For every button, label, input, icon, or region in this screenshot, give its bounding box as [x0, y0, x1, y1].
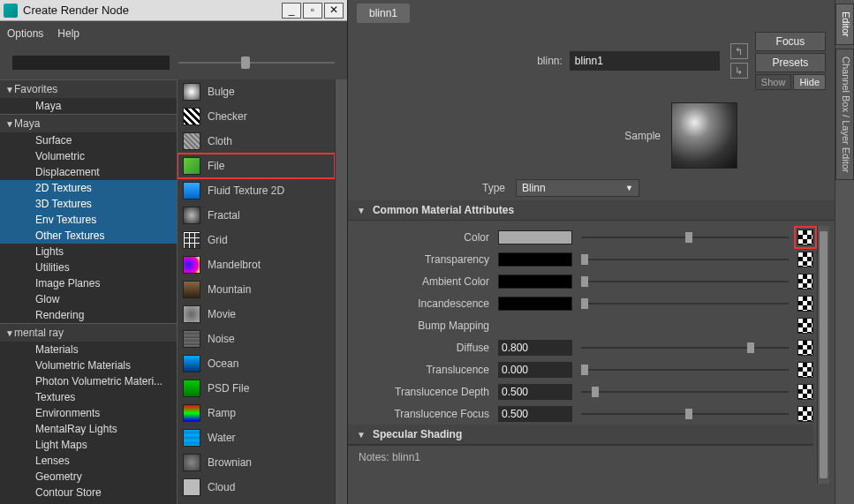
cat-fav-maya[interactable]: Maya: [0, 98, 177, 114]
slider-thumb[interactable]: [241, 56, 250, 69]
filter-slider[interactable]: [178, 62, 336, 64]
node-grid[interactable]: Grid: [178, 228, 335, 252]
cat-glow[interactable]: Glow: [0, 291, 177, 307]
incandescence-map-button[interactable]: [797, 296, 813, 312]
go-downstream-icon[interactable]: ↳: [730, 63, 748, 79]
cat-mr-contour-contrast[interactable]: Contour Contrast: [0, 500, 177, 504]
node-file[interactable]: File: [178, 154, 335, 178]
cat-mentalray[interactable]: ▼mental ray: [0, 323, 177, 342]
node-ramp[interactable]: Ramp: [178, 401, 335, 425]
cat-mr-geometry[interactable]: Geometry: [0, 469, 177, 485]
diffuse-slider[interactable]: [581, 347, 789, 349]
color-swatch[interactable]: [498, 230, 572, 244]
incandescence-swatch[interactable]: [498, 297, 572, 311]
cat-env-textures[interactable]: Env Textures: [0, 212, 177, 228]
translucence-field[interactable]: [498, 362, 572, 378]
attr-ambient: Ambient Color: [348, 270, 813, 292]
attr-tabs: blinn1: [348, 0, 835, 26]
node-water[interactable]: Water: [178, 425, 335, 450]
node-cloth[interactable]: Cloth: [178, 129, 335, 154]
translucence-focus-field[interactable]: [498, 406, 572, 422]
tab-blinn1[interactable]: blinn1: [357, 4, 410, 23]
cat-maya[interactable]: ▼Maya: [0, 114, 177, 132]
filter-field[interactable]: [12, 56, 170, 70]
material-sample-swatch[interactable]: [671, 102, 737, 169]
cat-displacement[interactable]: Displacement: [0, 164, 177, 180]
diffuse-map-button[interactable]: [797, 340, 813, 356]
cat-other-textures[interactable]: Other Textures: [0, 228, 177, 244]
side-tab-channel-box[interactable]: Channel Box / Layer Editor: [835, 49, 854, 180]
go-upstream-icon[interactable]: ↰: [730, 43, 748, 59]
section-common-material[interactable]: ▼ Common Material Attributes: [348, 200, 835, 221]
close-button[interactable]: ✕: [324, 3, 344, 19]
cat-mr-lights[interactable]: MentalRay Lights: [0, 421, 177, 437]
cat-rendering[interactable]: Rendering: [0, 307, 177, 323]
attr-scrollbar[interactable]: [817, 226, 829, 484]
node-fluid-2d[interactable]: Fluid Texture 2D: [178, 178, 335, 203]
node-ocean[interactable]: Ocean: [178, 351, 335, 376]
node-noise[interactable]: Noise: [178, 327, 335, 351]
cat-lights[interactable]: Lights: [0, 244, 177, 260]
translucence-depth-slider[interactable]: [581, 391, 789, 393]
minimize-button[interactable]: _: [282, 3, 301, 19]
color-map-button[interactable]: [797, 229, 813, 245]
filter-slider-bar: [0, 46, 347, 79]
node-name-input[interactable]: [570, 51, 720, 71]
cat-2d-textures[interactable]: 2D Textures: [0, 180, 177, 196]
translucence-focus-map-button[interactable]: [797, 406, 813, 422]
ambient-slider[interactable]: [581, 281, 789, 282]
cat-mr-lightmaps[interactable]: Light Maps: [0, 437, 177, 453]
bump-map-button[interactable]: [797, 318, 813, 334]
cat-mr-contour-store[interactable]: Contour Store: [0, 485, 177, 500]
ambient-map-button[interactable]: [797, 274, 813, 290]
color-slider[interactable]: [581, 237, 789, 238]
translucence-focus-slider[interactable]: [581, 413, 789, 415]
side-tab-editor[interactable]: Editor: [835, 4, 854, 45]
cat-mr-textures[interactable]: Textures: [0, 389, 177, 405]
section-specular[interactable]: ▼ Specular Shading: [348, 425, 813, 445]
focus-button[interactable]: Focus: [755, 32, 826, 51]
diffuse-field[interactable]: [498, 340, 572, 356]
cat-volumetric[interactable]: Volumetric: [0, 148, 177, 164]
translucence-map-button[interactable]: [797, 362, 813, 378]
transparency-slider[interactable]: [581, 259, 789, 260]
cat-surface[interactable]: Surface: [0, 132, 177, 148]
node-fractal[interactable]: Fractal: [178, 203, 335, 228]
cat-3d-textures[interactable]: 3D Textures: [0, 196, 177, 212]
translucence-slider[interactable]: [581, 369, 789, 371]
collapse-arrow-icon: ▼: [357, 430, 366, 440]
cat-utilities[interactable]: Utilities: [0, 260, 177, 275]
ambient-swatch[interactable]: [498, 275, 572, 289]
hide-toggle[interactable]: Hide: [793, 74, 826, 90]
cat-mr-environments[interactable]: Environments: [0, 405, 177, 421]
transparency-map-button[interactable]: [797, 252, 813, 267]
presets-button[interactable]: Presets: [755, 53, 826, 72]
cat-mr-vol-materials[interactable]: Volumetric Materials: [0, 357, 177, 373]
node-scrollbar[interactable]: [335, 79, 347, 504]
node-psd[interactable]: PSD File: [178, 376, 335, 401]
cat-mr-lenses[interactable]: Lenses: [0, 453, 177, 469]
translucence-depth-field[interactable]: [498, 384, 572, 400]
type-dropdown[interactable]: Blinn ▼: [516, 179, 639, 197]
chevron-down-icon: ▼: [625, 184, 633, 192]
cat-mr-materials[interactable]: Materials: [0, 342, 177, 357]
checker-icon: [183, 108, 200, 125]
node-cloud[interactable]: Cloud: [178, 475, 335, 500]
node-mountain[interactable]: Mountain: [178, 277, 335, 302]
incandescence-slider[interactable]: [581, 303, 789, 305]
node-mandelbrot[interactable]: Mandelbrot: [178, 252, 335, 277]
node-bulge[interactable]: Bulge: [178, 79, 335, 104]
node-brownian[interactable]: Brownian: [178, 450, 335, 475]
node-checker[interactable]: Checker: [178, 104, 335, 129]
menu-help[interactable]: Help: [57, 27, 79, 40]
maximize-button[interactable]: ▫: [303, 3, 322, 19]
node-movie[interactable]: Movie: [178, 302, 335, 327]
show-toggle[interactable]: Show: [755, 74, 792, 90]
transparency-swatch[interactable]: [498, 252, 572, 267]
cat-image-planes[interactable]: Image Planes: [0, 275, 177, 291]
menu-options[interactable]: Options: [7, 27, 43, 40]
translucence-depth-map-button[interactable]: [797, 384, 813, 400]
cat-mr-photon-vol[interactable]: Photon Volumetric Materi...: [0, 373, 177, 389]
cat-favorites[interactable]: ▼Favorites: [0, 79, 177, 98]
psd-icon: [183, 380, 200, 397]
